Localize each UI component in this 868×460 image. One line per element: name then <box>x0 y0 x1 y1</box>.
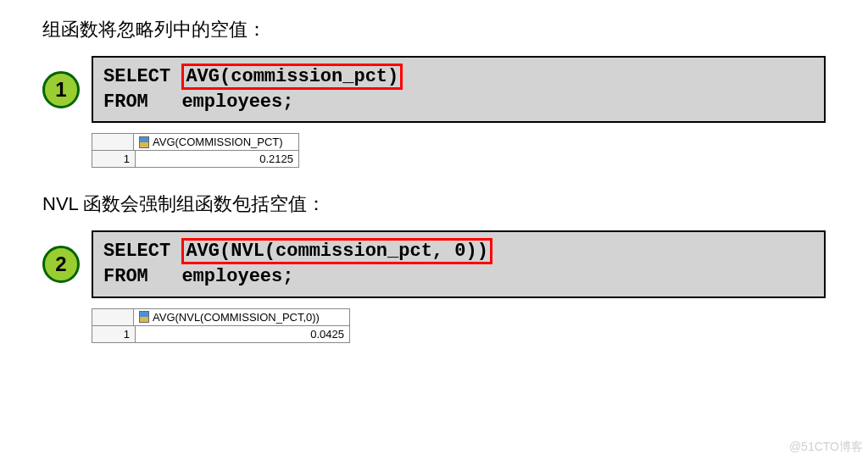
rownum-cell: 1 <box>92 151 136 167</box>
table-row: 1 0.2125 <box>92 151 298 167</box>
column-type-icon <box>139 136 149 148</box>
step-badge-2: 2 <box>42 246 80 283</box>
result-table-1: AVG(COMMISSION_PCT) 1 0.2125 <box>92 133 299 168</box>
rownum-header <box>92 134 134 150</box>
code-highlight-2: AVG(NVL(commission_pct, 0)) <box>181 238 492 264</box>
value-cell: 0.0425 <box>136 326 349 342</box>
sql-code-1: SELECT AVG(commission_pct) FROM employee… <box>92 56 826 123</box>
code-post: FROM employees; <box>103 91 293 113</box>
code-pre: SELECT <box>103 241 181 262</box>
sql-code-2: SELECT AVG(NVL(commission_pct, 0)) FROM … <box>92 230 826 297</box>
code-post: FROM employees; <box>103 266 293 287</box>
heading-1: 组函数将忽略列中的空值： <box>42 17 826 42</box>
watermark: @51CTO博客 <box>789 440 863 455</box>
value-cell: 0.2125 <box>136 151 298 167</box>
codeblock-row-1: 1 SELECT AVG(commission_pct) FROM employ… <box>42 56 826 123</box>
step-badge-1: 1 <box>42 71 80 108</box>
column-header-label: AVG(NVL(COMMISSION_PCT,0)) <box>153 311 320 324</box>
table-row: 1 0.0425 <box>92 326 349 342</box>
table-header: AVG(NVL(COMMISSION_PCT,0)) <box>92 309 349 326</box>
column-header: AVG(NVL(COMMISSION_PCT,0)) <box>134 309 348 325</box>
heading-2: NVL 函数会强制组函数包括空值： <box>42 191 826 217</box>
rownum-cell: 1 <box>92 326 136 342</box>
codeblock-row-2: 2 SELECT AVG(NVL(commission_pct, 0)) FRO… <box>42 230 826 297</box>
column-type-icon <box>139 311 149 323</box>
table-header: AVG(COMMISSION_PCT) <box>92 134 298 151</box>
column-header-label: AVG(COMMISSION_PCT) <box>153 136 283 148</box>
column-header: AVG(COMMISSION_PCT) <box>134 134 297 150</box>
result-table-2: AVG(NVL(COMMISSION_PCT,0)) 1 0.0425 <box>92 308 350 343</box>
code-highlight-1: AVG(commission_pct) <box>181 64 403 90</box>
code-pre: SELECT <box>103 66 181 87</box>
rownum-header <box>92 309 134 325</box>
